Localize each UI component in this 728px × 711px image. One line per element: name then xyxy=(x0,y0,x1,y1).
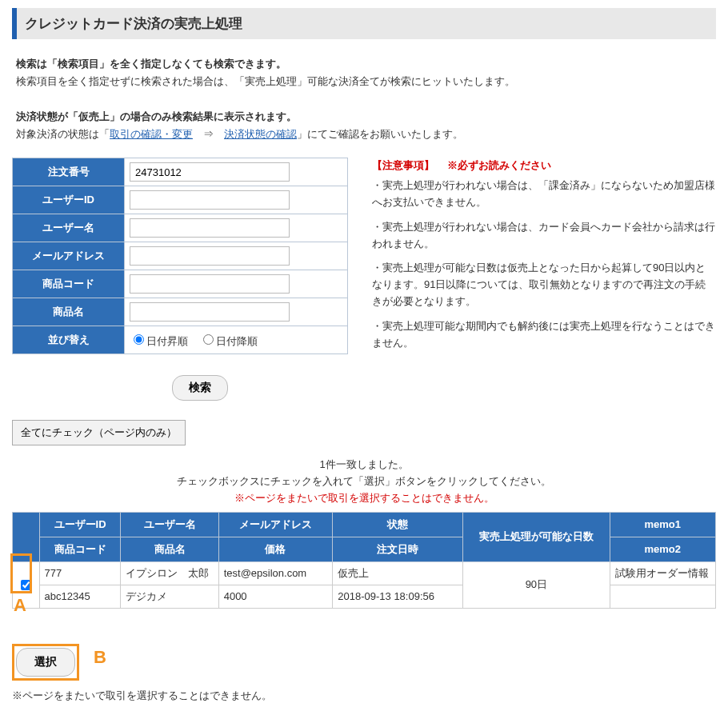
label-order-no: 注文番号 xyxy=(13,158,125,186)
user-name-input[interactable] xyxy=(130,218,290,238)
notice-subheader: ※必ずお読みください xyxy=(447,159,551,171)
label-item-name: 商品名 xyxy=(13,298,125,326)
cell-user-id: 777 xyxy=(39,561,121,585)
result-table: ユーザーID ユーザー名 メールアドレス 状態 実売上処理が可能な日数 memo… xyxy=(12,512,716,609)
col-item-name: 商品名 xyxy=(121,537,218,561)
col-user-id: ユーザーID xyxy=(39,512,121,537)
result-count: 1件一致しました。 xyxy=(12,457,716,473)
intro-line3: 決済状態が「仮売上」の場合のみ検索結果に表示されます。 xyxy=(16,108,716,126)
order-no-input[interactable] xyxy=(130,162,290,182)
cell-memo2 xyxy=(610,585,715,608)
foot-note: ※ページをまたいで取引を選択することはできません。 xyxy=(12,689,716,703)
col-item-code: 商品コード xyxy=(39,537,121,561)
cell-status: 仮売上 xyxy=(333,561,463,585)
search-table: 注文番号 ユーザーID ユーザー名 メールアドレス 商品コード 商品名 並び替え… xyxy=(12,158,348,354)
cell-order-date: 2018-09-13 18:09:56 xyxy=(333,585,463,608)
callout-label-b: B xyxy=(94,647,106,668)
check-all-button[interactable]: 全てにチェック（ページ内のみ） xyxy=(12,420,186,445)
intro-line2: 検索項目を全く指定せずに検索された場合は、「実売上処理」可能な決済全てが検索にヒ… xyxy=(16,73,716,90)
intro-line4: 対象決済の状態は「取引の確認・変更 ⇒ 決済状態の確認」にてご確認をお願いいたし… xyxy=(16,126,716,143)
col-days: 実売上処理が可能な日数 xyxy=(463,512,610,561)
sort-asc-radio[interactable] xyxy=(134,334,144,345)
link-status-confirm[interactable]: 決済状態の確認 xyxy=(224,128,297,140)
col-memo1: memo1 xyxy=(610,512,715,537)
item-code-input[interactable] xyxy=(130,274,290,294)
col-email: メールアドレス xyxy=(218,512,333,537)
intro-block: 検索は「検索項目」を全く指定しなくても検索できます。 検索項目を全く指定せずに検… xyxy=(16,55,716,143)
notice-p3: ・実売上処理が可能な日数は仮売上となった日から起算して90日以内となります。91… xyxy=(372,260,716,310)
col-price: 価格 xyxy=(218,537,333,561)
cell-email: test@epsilon.com xyxy=(218,561,333,585)
select-button[interactable]: 選択 xyxy=(16,648,75,677)
col-memo2: memo2 xyxy=(610,537,715,561)
cell-user-name: イプシロン 太郎 xyxy=(121,561,218,585)
label-user-name: ユーザー名 xyxy=(13,214,125,242)
email-input[interactable] xyxy=(130,246,290,266)
cell-price: 4000 xyxy=(218,585,333,608)
label-sort: 並び替え xyxy=(13,326,125,354)
result-guide: チェックボックスにチェックを入れて「選択」ボタンをクリックしてください。 xyxy=(12,473,716,490)
link-transaction-confirm[interactable]: 取引の確認・変更 xyxy=(110,128,193,140)
notice-p2: ・実売上処理が行われない場合は、カード会員へカード会社から請求は行われません。 xyxy=(372,219,716,253)
table-row: abc12345 デジカメ 4000 2018-09-13 18:09:56 xyxy=(13,585,716,608)
result-warn: ※ページをまたいで取引を選択することはできません。 xyxy=(12,490,716,507)
notice-block: 【注意事項】 ※必ずお読みください ・実売上処理が行われない場合は、「課金済み」… xyxy=(372,158,716,359)
user-id-input[interactable] xyxy=(130,190,290,210)
intro-line1: 検索は「検索項目」を全く指定しなくても検索できます。 xyxy=(16,55,716,73)
cell-item-code: abc12345 xyxy=(39,585,121,608)
col-status: 状態 xyxy=(333,512,463,537)
label-user-id: ユーザーID xyxy=(13,186,125,214)
callout-box-b: 選択 xyxy=(12,644,79,681)
search-area: 注文番号 ユーザーID ユーザー名 メールアドレス 商品コード 商品名 並び替え… xyxy=(12,158,716,359)
label-email: メールアドレス xyxy=(13,242,125,270)
notice-p4: ・実売上処理可能な期間内でも解約後には実売上処理を行なうことはできません。 xyxy=(372,318,716,352)
result-message: 1件一致しました。 チェックボックスにチェックを入れて「選択」ボタンをクリックし… xyxy=(12,457,716,506)
cell-item-name: デジカメ xyxy=(121,585,218,608)
sort-asc-label[interactable]: 日付昇順 xyxy=(130,335,188,347)
notice-header: 【注意事項】 xyxy=(372,159,434,171)
notice-p1: ・実売上処理が行われない場合は、「課金済み」にならないため加盟店様へお支払いでき… xyxy=(372,178,716,211)
search-button[interactable]: 検索 xyxy=(172,375,228,401)
cell-memo1: 試験用オーダー情報 xyxy=(610,561,715,585)
col-order-date: 注文日時 xyxy=(333,537,463,561)
sort-desc-label[interactable]: 日付降順 xyxy=(199,335,258,347)
table-row: 777 イプシロン 太郎 test@epsilon.com 仮売上 90日 試験… xyxy=(13,561,716,585)
item-name-input[interactable] xyxy=(130,302,290,322)
callout-label-a: A xyxy=(14,595,26,616)
sort-desc-radio[interactable] xyxy=(203,334,214,345)
page-title: クレジットカード決済の実売上処理 xyxy=(12,8,716,39)
col-user-name: ユーザー名 xyxy=(121,512,218,537)
cell-days: 90日 xyxy=(463,561,610,608)
label-item-code: 商品コード xyxy=(13,270,125,298)
callout-box-a xyxy=(10,553,32,593)
